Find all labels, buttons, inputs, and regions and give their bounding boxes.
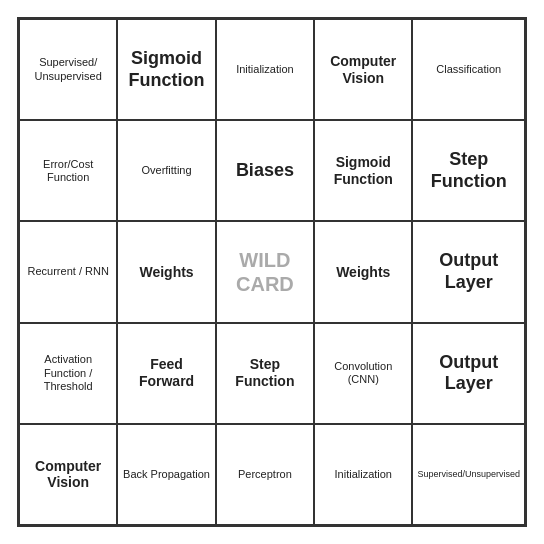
- cell-text-9: Step Function: [417, 149, 520, 192]
- cell-text-4: Classification: [436, 63, 501, 76]
- cell-17: Step Function: [216, 323, 314, 424]
- cell-text-20: Computer Vision: [24, 458, 112, 492]
- cell-0: Supervised/ Unsupervised: [19, 19, 117, 120]
- cell-14: Output Layer: [412, 221, 525, 322]
- cell-18: Convolution (CNN): [314, 323, 412, 424]
- cell-1: Sigmoid Function: [117, 19, 215, 120]
- cell-text-7: Biases: [236, 160, 294, 182]
- cell-19: Output Layer: [412, 323, 525, 424]
- cell-text-1: Sigmoid Function: [122, 48, 210, 91]
- cell-text-21: Back Propagation: [123, 468, 210, 481]
- cell-16: Feed Forward: [117, 323, 215, 424]
- cell-7: Biases: [216, 120, 314, 221]
- cell-text-15: Activation Function / Threshold: [24, 353, 112, 393]
- cell-21: Back Propagation: [117, 424, 215, 525]
- cell-8: Sigmoid Function: [314, 120, 412, 221]
- cell-text-19: Output Layer: [417, 352, 520, 395]
- cell-text-10: Recurrent / RNN: [28, 265, 109, 278]
- cell-text-14: Output Layer: [417, 250, 520, 293]
- cell-text-17: Step Function: [221, 356, 309, 390]
- cell-text-23: Initialization: [335, 468, 392, 481]
- cell-13: Weights: [314, 221, 412, 322]
- cell-text-24: Supervised/Unsupervised: [417, 469, 520, 480]
- cell-text-16: Feed Forward: [122, 356, 210, 390]
- cell-3: Computer Vision: [314, 19, 412, 120]
- cell-text-5: Error/Cost Function: [24, 158, 112, 184]
- cell-text-6: Overfitting: [141, 164, 191, 177]
- cell-text-22: Perceptron: [238, 468, 292, 481]
- cell-text-3: Computer Vision: [319, 53, 407, 87]
- cell-text-11: Weights: [139, 264, 193, 281]
- cell-9: Step Function: [412, 120, 525, 221]
- cell-20: Computer Vision: [19, 424, 117, 525]
- cell-text-13: Weights: [336, 264, 390, 281]
- cell-6: Overfitting: [117, 120, 215, 221]
- cell-text-18: Convolution (CNN): [319, 360, 407, 386]
- cell-23: Initialization: [314, 424, 412, 525]
- cell-10: Recurrent / RNN: [19, 221, 117, 322]
- cell-5: Error/Cost Function: [19, 120, 117, 221]
- cell-22: Perceptron: [216, 424, 314, 525]
- cell-text-2: Initialization: [236, 63, 293, 76]
- cell-text-8: Sigmoid Function: [319, 154, 407, 188]
- cell-text-12: WILD CARD: [221, 248, 309, 296]
- cell-2: Initialization: [216, 19, 314, 120]
- cell-12: WILD CARD: [216, 221, 314, 322]
- cell-15: Activation Function / Threshold: [19, 323, 117, 424]
- cell-4: Classification: [412, 19, 525, 120]
- cell-24: Supervised/Unsupervised: [412, 424, 525, 525]
- bingo-board: Supervised/ UnsupervisedSigmoid Function…: [17, 17, 527, 527]
- cell-11: Weights: [117, 221, 215, 322]
- cell-text-0: Supervised/ Unsupervised: [24, 56, 112, 82]
